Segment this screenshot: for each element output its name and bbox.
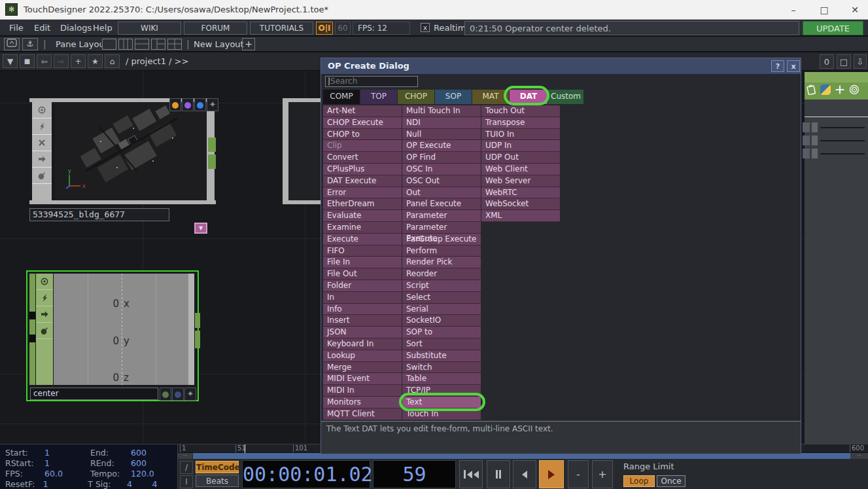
op-item[interactable]: Error — [323, 187, 402, 199]
display-icon[interactable] — [32, 102, 52, 118]
op-item[interactable]: Merge — [323, 362, 402, 374]
op-item[interactable]: Examine — [323, 222, 402, 234]
op-item[interactable]: MIDI In — [323, 385, 402, 397]
pane-collapse-icon[interactable]: ⇩ — [854, 54, 867, 69]
op-item[interactable]: Clip — [323, 140, 402, 152]
geometry-viewer[interactable]: y x — [55, 102, 207, 200]
op-item[interactable]: Sort — [402, 338, 481, 350]
once-button[interactable]: Once — [657, 475, 686, 487]
help-button[interactable]: ? — [771, 60, 784, 72]
link-wiki[interactable]: WIKI — [118, 22, 181, 35]
close-button[interactable]: ✕ — [840, 0, 868, 20]
op-item[interactable]: Script — [402, 280, 481, 292]
op-item[interactable]: DAT Execute — [323, 175, 402, 187]
op-item[interactable]: Select — [402, 292, 481, 304]
link-forum[interactable]: FORUM — [184, 22, 247, 35]
midi-oi-button[interactable]: O|I — [316, 22, 333, 35]
op-item[interactable]: In — [323, 292, 402, 304]
op-item[interactable]: Panel Execute — [402, 198, 481, 210]
op-item[interactable]: UDP In — [481, 140, 560, 152]
loop-button[interactable]: Loop — [623, 475, 655, 487]
output-connector[interactable] — [208, 154, 216, 169]
back-icon[interactable]: ⇦ — [37, 54, 52, 68]
op-item[interactable]: MQTT Client — [323, 408, 402, 420]
param-cell[interactable] — [812, 122, 818, 132]
op-item[interactable]: Lookup — [323, 350, 402, 362]
realtime-checkbox[interactable]: x — [421, 23, 430, 32]
tab-comp[interactable]: COMP — [323, 90, 360, 104]
pane-type-dropdown[interactable]: ▼ — [3, 54, 18, 68]
anchor-icon[interactable]: ⚓ — [22, 38, 38, 50]
op-item[interactable]: Reorder — [402, 268, 481, 280]
op-item[interactable]: SocketIO — [402, 315, 481, 327]
op-item[interactable]: CPlusPlus — [323, 164, 402, 175]
slash-button[interactable]: / — [180, 461, 193, 474]
beats-mode-button[interactable]: Beats — [196, 475, 239, 487]
python-icon[interactable] — [820, 84, 831, 98]
layout-split-right-button[interactable] — [151, 39, 165, 50]
add-icon[interactable] — [835, 84, 845, 98]
step-forward-button[interactable]: + — [592, 460, 613, 488]
op-item[interactable]: Web Server — [481, 175, 560, 187]
op-item[interactable]: ParGroup Execute — [402, 234, 481, 245]
menu-file[interactable]: File — [9, 23, 24, 33]
op-item[interactable]: Convert — [323, 152, 402, 164]
op-item[interactable]: WebRTC — [481, 187, 560, 199]
forward-icon[interactable]: ⇨ — [54, 54, 69, 68]
menu-help[interactable]: Help — [93, 23, 113, 33]
fps-cap-button[interactable]: 60 — [335, 22, 351, 35]
op-item[interactable]: OP Find — [402, 152, 481, 164]
param-cell[interactable] — [812, 149, 818, 158]
op-item[interactable]: Render Pick — [402, 257, 481, 268]
add-flag-button[interactable]: ✦ — [207, 98, 218, 111]
op-item[interactable]: TUIO In — [481, 129, 560, 141]
op-item[interactable]: Insert — [323, 315, 402, 327]
pause-button[interactable] — [487, 460, 510, 488]
op-item[interactable]: OSC In — [402, 164, 481, 175]
home-icon[interactable]: ⌂ — [105, 54, 120, 68]
add-flag-button[interactable]: ✦ — [184, 388, 196, 401]
dialog-close-button[interactable]: x — [787, 60, 800, 72]
chop-viewer[interactable] — [54, 274, 188, 385]
op-item[interactable]: Transpose — [481, 117, 560, 129]
op-item[interactable]: Art-Net — [323, 105, 402, 117]
layout-rows-button[interactable] — [135, 39, 149, 50]
node-bldg[interactable]: y x 53394525_bldg_6677 ✦ ▼ — [29, 98, 216, 236]
op-item[interactable]: NDI — [402, 117, 481, 129]
bypass-icon[interactable] — [36, 290, 53, 306]
clipboard-icon[interactable] — [806, 84, 816, 98]
output-connector[interactable] — [195, 313, 200, 328]
target-icon[interactable] — [849, 84, 859, 98]
flag-color-button[interactable] — [169, 98, 181, 111]
step-back-button[interactable]: - — [568, 460, 589, 488]
pane-maximize-icon[interactable]: □ — [837, 54, 851, 69]
output-connector[interactable] — [208, 137, 216, 152]
arrow-icon[interactable] — [36, 306, 53, 323]
param-cell[interactable] — [803, 122, 810, 132]
op-item[interactable]: XML — [481, 210, 560, 222]
display-icon[interactable] — [36, 274, 53, 290]
op-item[interactable]: SOP to — [402, 327, 481, 338]
param-slider[interactable] — [820, 153, 865, 154]
op-item[interactable]: Substitute — [402, 350, 481, 362]
flag-color-button[interactable] — [194, 98, 206, 111]
output-connector[interactable] — [195, 331, 200, 348]
op-item[interactable]: WebSocket — [481, 198, 560, 210]
param-slider[interactable] — [820, 140, 865, 141]
op-item[interactable]: OP Execute — [402, 140, 481, 152]
op-item[interactable]: JSON — [323, 327, 402, 338]
op-item[interactable]: Perform — [402, 245, 481, 257]
flag-color-button[interactable] — [172, 388, 184, 401]
maximize-button[interactable]: □ — [809, 0, 839, 20]
node-center[interactable]: 0x0y0z center ✦ — [26, 270, 199, 401]
param-cell[interactable] — [803, 136, 810, 145]
search-input[interactable]: |Search — [325, 76, 418, 87]
scrollbar-right-cap[interactable]: ··· — [850, 453, 868, 459]
op-item[interactable]: Parameter Execute — [402, 222, 481, 234]
op-item[interactable]: Multi Touch In — [402, 105, 481, 117]
op-item[interactable]: EtherDream — [323, 198, 402, 210]
op-item[interactable]: Switch — [402, 362, 481, 374]
param-slider[interactable] — [820, 127, 865, 128]
op-item[interactable]: File Out — [323, 268, 402, 280]
arrow-icon[interactable] — [32, 151, 52, 168]
